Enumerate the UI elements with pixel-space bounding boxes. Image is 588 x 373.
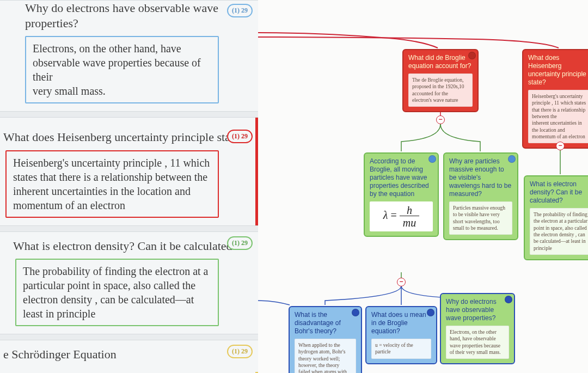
map-node-green[interactable]: Why are particles massive enough to be v… [443,152,518,240]
map-node-green[interactable]: According to de Broglie, all moving part… [364,152,439,237]
card-question: e Schrödinger Equation [0,347,258,362]
node-title: What does u mean in de Broglie equation? [371,311,431,335]
node-dot-icon [505,296,512,303]
ref-badge: (1) 29 [227,4,253,17]
node-body: The probability of finding the electron … [530,208,588,255]
card-question: Why do electrons have observable wave pr… [0,1,258,30]
node-dot-icon [468,52,476,59]
collapse-toggle-icon[interactable]: − [397,278,406,286]
equation: λ = h mu [370,201,433,231]
node-body: Particles massive enough to be visible h… [449,201,512,235]
list-card[interactable]: (1) 29 e Schrödinger Equation [0,340,258,373]
collapse-toggle-icon[interactable]: − [436,115,445,124]
node-title: What does Heisenberg uncertainty princip… [528,54,588,87]
ref-badge: (1) 29 [227,130,253,143]
map-node-red[interactable]: What did de Broglie equation account for… [402,49,479,112]
list-card[interactable]: (1) 29 What is electron density? Can it … [0,231,258,335]
list-card[interactable]: (1) 29 What does Heisenberg uncertainty … [0,117,258,226]
node-title: Why are particles massive enough to be v… [449,157,512,198]
list-card[interactable]: (1) 29 Why do electrons have observable … [0,0,258,112]
mind-map-panel[interactable]: What did de Broglie equation account for… [258,0,588,373]
node-dot-icon [508,155,516,163]
card-question: What is electron density? Can it be calc… [0,239,258,254]
node-body: Heisenberg's uncertainty principle , 11 … [528,90,588,143]
map-node-blue[interactable]: Why do electrons have observable wave pr… [440,293,515,364]
map-node-blue[interactable]: What is the disadvantage of Bohr's theor… [289,306,362,373]
node-title: Why do electrons have observable wave pr… [446,298,509,322]
node-body: Electrons, on the other hand, have obser… [446,326,509,359]
node-dot-icon [352,309,359,316]
map-node-red[interactable]: What does Heisenberg uncertainty princip… [522,49,588,149]
node-body: The de Broglie equation, proposed in the… [408,74,473,107]
node-body: u = velocity of the particle [371,339,431,359]
card-answer: Electrons, on the other hand, have obser… [25,36,219,103]
node-dot-icon [427,309,434,316]
node-title: What is the disadvantage of Bohr's theor… [295,311,356,335]
left-list-panel: (1) 29 Why do electrons have observable … [0,0,258,373]
card-answer: The probability of finding the electron … [15,259,219,326]
node-body: When applied to the hydrogen atom, Bohr'… [295,339,356,373]
node-title: According to de Broglie, all moving part… [370,157,433,198]
collapse-toggle-icon[interactable]: − [556,142,565,150]
map-node-green[interactable]: What is electron density? Can it be calc… [524,175,588,260]
card-answer: Heisenberg's uncertainty principle , 11 … [5,150,219,218]
node-title: What is electron density? Can it be calc… [530,180,588,205]
ref-badge: (1) 29 [227,236,253,250]
node-title: What did de Broglie equation account for… [408,54,473,70]
map-node-blue[interactable]: What does u mean in de Broglie equation?… [365,306,437,364]
node-dot-icon [428,155,436,163]
card-question: What does Heisenberg uncertainty princip… [0,130,258,145]
ref-badge: (1) 29 [227,345,253,358]
